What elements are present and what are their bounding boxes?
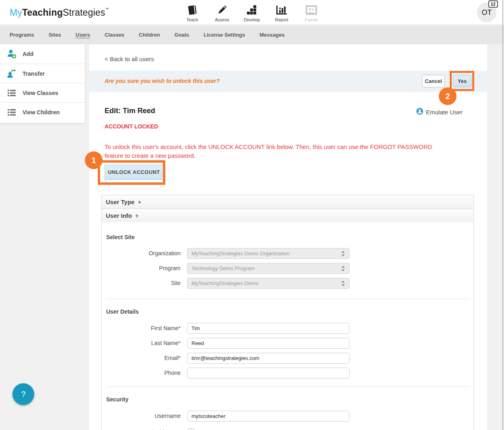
user-info-panel: Select Site Organization MyTeachingStrat…	[101, 222, 474, 430]
nav-license-settings[interactable]: License Settings	[204, 32, 245, 38]
nav-users[interactable]: Users	[76, 32, 90, 38]
emulate-user-icon	[416, 108, 423, 116]
family-photo-icon	[305, 2, 318, 16]
users-sidebar: Add Transfer View Classes View Children	[0, 44, 85, 123]
program-label: Program	[102, 263, 181, 274]
nav-programs[interactable]: Programs	[10, 32, 34, 38]
sidebar-item-view-classes[interactable]: View Classes	[0, 83, 85, 102]
nav-classes[interactable]: Classes	[105, 32, 124, 38]
site-value: MyTeachingStrategies Demo	[191, 280, 341, 286]
app-switcher: Teach Assess Develop Report Family	[182, 2, 322, 22]
page-title: Edit: Tim Reed	[105, 107, 155, 115]
emulate-user-label: Emulate User	[426, 109, 463, 116]
sidebar-item-add-label: Add	[23, 51, 33, 57]
logo-strategies: Strategies	[63, 7, 105, 18]
app-report-label: Report	[275, 17, 288, 22]
select-site-heading: Select Site	[106, 234, 135, 240]
email-label: Email*	[102, 353, 181, 364]
window-edge-line	[502, 0, 503, 430]
site-label: Site	[102, 278, 181, 289]
app-develop[interactable]: Develop	[241, 2, 262, 22]
app-header: MyTeachingStrategies™ Teach Assess Devel…	[0, 0, 504, 25]
accordion-user-info[interactable]: User Info +	[101, 209, 474, 223]
user-avatar[interactable]: OT 12	[477, 3, 496, 22]
unlock-instructions: To unlock this user's account, click the…	[105, 143, 450, 160]
first-name-label: First Name*	[102, 323, 181, 334]
organization-value: MyTeachingStrategies Demo Organization	[191, 250, 341, 256]
app-family-label: Family	[305, 17, 318, 22]
section-divider	[106, 387, 470, 387]
notification-badge: 12	[488, 0, 498, 8]
add-user-icon	[7, 49, 16, 59]
step-1-highlight-box	[98, 160, 165, 185]
sidebar-item-add[interactable]: Add	[0, 44, 85, 64]
main-content: < Back to all users Are you sure you wis…	[89, 44, 487, 430]
help-button[interactable]: ?	[12, 383, 34, 405]
transfer-user-icon	[7, 69, 16, 79]
disable-user-label: Disable User	[102, 427, 181, 430]
step-2-highlight-box	[450, 71, 474, 91]
app-assess-label: Assess	[215, 17, 229, 22]
sidebar-item-transfer[interactable]: Transfer	[0, 64, 85, 83]
nav-messages[interactable]: Messages	[259, 32, 284, 38]
expand-plus-icon: +	[138, 198, 141, 205]
pencil-icon	[216, 2, 228, 16]
admin-navbar: Programs Sites Users Classes Children Go…	[0, 25, 504, 44]
program-select: Technology Demo Program	[187, 263, 350, 274]
app-assess[interactable]: Assess	[212, 2, 232, 22]
logo-trademark: ™	[105, 7, 109, 11]
app-report[interactable]: Report	[271, 2, 292, 22]
select-arrows-icon	[341, 266, 345, 271]
brand-logo: MyTeachingStrategies™	[10, 7, 109, 18]
site-select: MyTeachingStrategies Demo	[187, 278, 350, 289]
last-name-field[interactable]	[187, 338, 350, 349]
phone-label: Phone	[102, 368, 181, 378]
nav-sites[interactable]: Sites	[49, 32, 61, 38]
organization-label: Organization	[102, 248, 181, 259]
back-to-all-users-link[interactable]: < Back to all users	[105, 56, 154, 62]
emulate-user-link[interactable]: Emulate User	[416, 108, 463, 116]
select-arrows-icon	[341, 281, 345, 286]
accordion-user-type[interactable]: User Type +	[101, 195, 474, 209]
user-details-heading: User Details	[106, 308, 139, 315]
app-teach[interactable]: Teach	[182, 2, 203, 22]
section-divider	[106, 299, 470, 299]
last-name-label: Last Name*	[102, 338, 181, 349]
first-name-field[interactable]	[187, 323, 350, 334]
account-locked-status: ACCOUNT LOCKED	[105, 123, 158, 130]
page-body: Add Transfer View Classes View Children …	[0, 44, 504, 430]
email-field[interactable]	[187, 353, 350, 364]
sidebar-item-view-classes-label: View Classes	[23, 90, 58, 96]
security-heading: Security	[106, 396, 128, 403]
disable-user-checkbox[interactable]	[188, 428, 194, 430]
cancel-button[interactable]: Cancel	[422, 75, 445, 87]
username-field[interactable]	[187, 411, 350, 422]
logo-teaching: Teaching	[22, 7, 63, 18]
username-label: Username	[102, 411, 181, 422]
program-value: Technology Demo Program	[191, 265, 341, 271]
logo-my: My	[10, 7, 22, 18]
list-icon	[7, 88, 16, 98]
book-icon	[186, 2, 198, 16]
app-teach-label: Teach	[186, 17, 198, 22]
accordion-user-info-label: User Info	[106, 212, 132, 219]
select-arrows-icon	[341, 251, 345, 256]
app-develop-label: Develop	[244, 17, 260, 22]
unlock-confirm-bar: Are you sure you wish to unlock this use…	[89, 71, 487, 92]
sidebar-item-transfer-label: Transfer	[23, 70, 45, 77]
blocks-icon	[246, 2, 258, 16]
organization-select: MyTeachingStrategies Demo Organization	[187, 248, 350, 259]
expand-plus-icon: +	[135, 212, 139, 219]
phone-field[interactable]	[187, 368, 350, 378]
list-icon	[7, 108, 16, 117]
nav-goals[interactable]: Goals	[175, 32, 189, 38]
bar-chart-icon	[275, 2, 288, 16]
app-family: Family	[301, 2, 322, 22]
nav-children[interactable]: Children	[139, 32, 160, 38]
sidebar-item-view-children[interactable]: View Children	[0, 102, 85, 122]
sidebar-item-view-children-label: View Children	[23, 109, 60, 116]
confirm-question: Are you sure you wish to unlock this use…	[105, 78, 220, 84]
accordion-user-type-label: User Type	[106, 198, 134, 205]
